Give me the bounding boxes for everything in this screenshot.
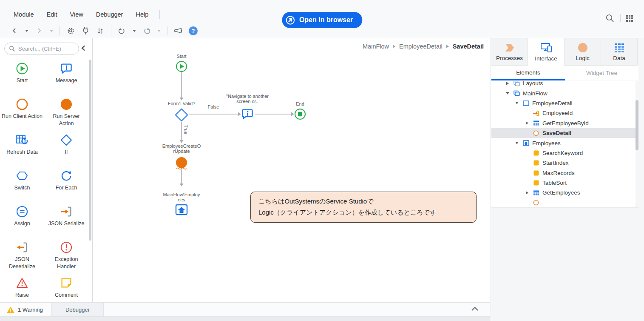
flow-if-node[interactable]	[175, 108, 188, 122]
tab-logic[interactable]: Logic	[565, 38, 601, 66]
client-action-icon	[532, 200, 540, 206]
variable-icon	[532, 180, 540, 186]
collapse-icon[interactable]	[505, 92, 510, 95]
tool-json-deserialize[interactable]: JSON Deserialize	[0, 238, 44, 274]
if-icon	[60, 134, 73, 146]
run-server-action-icon	[60, 98, 73, 111]
apps-grid-icon[interactable]	[626, 15, 633, 22]
nav-back-icon[interactable]	[10, 26, 19, 35]
expand-icon[interactable]	[505, 82, 510, 85]
tree-item-mainflow[interactable]: MainFlow	[491, 88, 635, 98]
tree-item-tablesort[interactable]: TableSort	[491, 178, 635, 188]
menu-help[interactable]: Help	[136, 11, 148, 18]
comment-icon	[60, 277, 73, 289]
sidebar-scrollbar[interactable]	[89, 60, 91, 241]
menu-view[interactable]: View	[70, 11, 83, 18]
tree-item-getemployeebyid[interactable]: GetEmployeeById	[491, 118, 635, 128]
merge-publish-icon[interactable]	[96, 26, 105, 35]
tree-item-employees[interactable]: Employees	[491, 138, 635, 148]
variable-icon	[532, 170, 540, 176]
tree-item-maxrecords[interactable]: MaxRecords	[491, 168, 635, 178]
menu-module[interactable]: Module	[14, 11, 34, 18]
tool-start[interactable]: Start	[0, 60, 44, 95]
warning-icon	[7, 306, 14, 313]
global-search-icon[interactable]	[605, 14, 615, 23]
tool-assign[interactable]: Assign	[0, 203, 44, 238]
flow-end-node[interactable]	[294, 108, 306, 120]
collapse-statusbar-icon[interactable]	[471, 306, 479, 311]
header-right	[605, 14, 633, 23]
toolbar-separator	[111, 26, 111, 35]
tool-exception-handler[interactable]: Exception Handler	[44, 238, 88, 274]
menu-bar: Module Edit View Debugger Help	[14, 10, 160, 19]
client-action-icon	[532, 130, 540, 136]
tree-item-clipped[interactable]	[491, 198, 635, 207]
tool-json-serialize[interactable]: JSON Serialize	[44, 203, 88, 238]
tool-refresh-data[interactable]: Refresh Data	[0, 131, 44, 167]
redo-icon[interactable]	[142, 26, 151, 35]
toolbox-search-input[interactable]	[18, 46, 74, 52]
expand-icon[interactable]	[525, 121, 530, 125]
expand-icon[interactable]	[525, 191, 530, 195]
tree-item-employeedetail[interactable]: EmployeeDetail	[491, 98, 635, 108]
nav-forward-icon[interactable]	[35, 26, 43, 35]
data-icon	[614, 43, 624, 53]
redo-dropdown-icon[interactable]	[157, 30, 161, 32]
toolbar: ?	[10, 24, 198, 37]
toolbox-searchbox[interactable]	[4, 43, 79, 54]
breadcrumb-separator-icon	[393, 45, 395, 48]
settings-gear-icon[interactable]	[66, 26, 75, 35]
flow-start-node[interactable]	[176, 60, 187, 72]
variable-icon	[532, 160, 540, 166]
panel-scrollbar[interactable]	[635, 100, 638, 150]
undo-icon[interactable]	[118, 26, 126, 35]
nav-back-dropdown-icon[interactable]	[25, 30, 28, 32]
tool-message[interactable]: Message	[44, 60, 88, 95]
nav-forward-dropdown-icon[interactable]	[50, 30, 53, 32]
toolbox-grid: Start Message Run Client Action Run S	[0, 60, 88, 310]
flow-message-label: "Navigate to another screen or..	[222, 94, 273, 104]
collapse-icon[interactable]	[514, 102, 519, 104]
undo-dropdown-icon[interactable]	[133, 30, 136, 32]
tree-item-layouts[interactable]: Layouts	[491, 81, 635, 88]
subtab-elements[interactable]: Elements	[491, 66, 565, 80]
panel-empty-area	[491, 207, 638, 321]
tree-item-employeeid[interactable]: EmployeeId	[491, 108, 635, 118]
flow-message-node[interactable]	[241, 108, 254, 120]
help-icon[interactable]: ?	[189, 26, 198, 35]
subtab-widget-tree[interactable]: Widget Tree	[565, 66, 638, 80]
menu-debugger[interactable]: Debugger	[96, 11, 123, 18]
debugger-tab[interactable]: Debugger	[52, 303, 104, 316]
flow-canvas[interactable]: MainFlow EmployeeDetail SaveDetail Start…	[93, 38, 490, 302]
tree-item-startindex[interactable]: StartIndex	[491, 158, 635, 168]
collapse-toolbox-icon[interactable]	[81, 45, 85, 51]
open-in-browser-button[interactable]: Open in browser	[282, 12, 362, 28]
logic-icon	[578, 43, 588, 53]
run-client-action-icon	[16, 98, 28, 111]
tree-item-savedetail[interactable]: SaveDetail	[491, 128, 635, 138]
tab-processes[interactable]: Processes	[491, 38, 528, 66]
switch-icon	[16, 169, 28, 182]
flow-if-label: Form1.Valid?	[162, 101, 201, 106]
breadcrumb-employeedetail[interactable]: EmployeeDetail	[399, 43, 443, 50]
tool-for-each[interactable]: For Each	[44, 167, 88, 203]
menu-edit[interactable]: Edit	[47, 11, 57, 18]
flow-false-label: False	[201, 104, 226, 109]
debugger-plug-icon[interactable]	[81, 26, 90, 35]
tool-switch[interactable]: Switch	[0, 167, 44, 203]
tool-run-client-action[interactable]: Run Client Action	[0, 95, 44, 131]
collapse-icon[interactable]	[514, 142, 519, 144]
tree-item-getemployees[interactable]: GetEmployees	[491, 188, 635, 198]
tool-run-server-action[interactable]: Run Server Action	[44, 95, 88, 131]
breadcrumb-mainflow[interactable]: MainFlow	[363, 43, 389, 50]
warnings-tab[interactable]: 1 Warning	[0, 303, 52, 316]
tab-data[interactable]: Data	[601, 38, 638, 66]
tree-item-searchkeyword[interactable]: SearchKeyword	[491, 148, 635, 158]
flow-end-label: End	[281, 101, 320, 106]
feedback-megaphone-icon[interactable]	[174, 26, 182, 35]
header-separator	[620, 14, 621, 22]
breadcrumb: MainFlow EmployeeDetail SaveDetail	[363, 43, 484, 50]
tab-interface[interactable]: Interface	[528, 38, 565, 66]
tool-if[interactable]: If	[44, 131, 88, 167]
flow-destination-screen-node[interactable]	[175, 204, 188, 215]
